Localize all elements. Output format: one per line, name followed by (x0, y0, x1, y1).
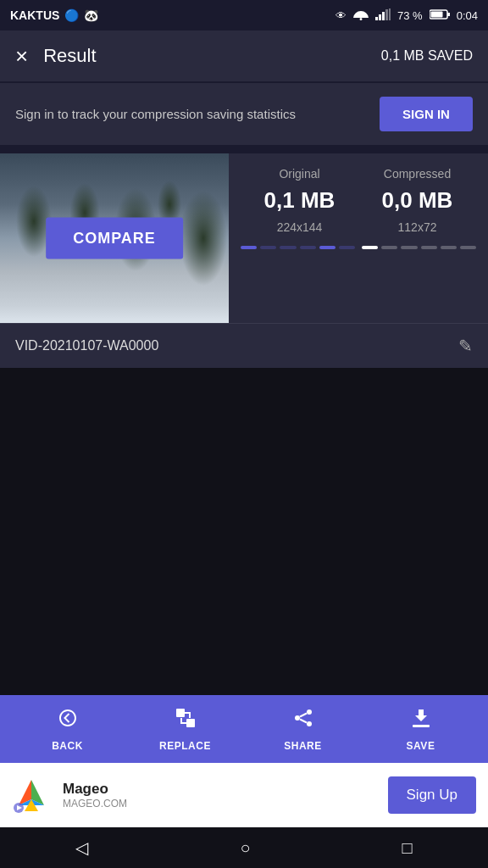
original-size: 0,1 MB (241, 187, 358, 214)
spacer (0, 368, 488, 695)
nav-share[interactable]: SHARE (244, 706, 362, 752)
svg-rect-9 (186, 719, 195, 727)
time: 0:04 (457, 9, 478, 22)
edit-icon[interactable]: ✎ (458, 336, 473, 356)
filename: VID-20210107-WA0000 (15, 338, 158, 353)
ad-text: Mageo MAGEO.COM (63, 781, 376, 810)
image-section: COMPARE (0, 153, 229, 323)
prog-seg-6 (339, 246, 355, 249)
svg-rect-3 (385, 9, 388, 20)
svg-rect-4 (389, 8, 391, 20)
prog-seg-5 (319, 246, 336, 249)
svg-line-13 (300, 714, 307, 717)
prog-seg-4 (300, 246, 316, 249)
replace-icon (174, 706, 197, 736)
svg-rect-8 (176, 709, 185, 717)
progress-bars (241, 246, 476, 258)
signin-banner: Sign in to track your compression saving… (0, 83, 488, 145)
prog-seg-c2 (381, 246, 397, 249)
back-system-button[interactable]: ◁ (75, 837, 88, 858)
top-bar: × Result 0,1 MB SAVED (0, 31, 488, 81)
nav-back[interactable]: BACK (8, 706, 126, 752)
status-left: KAKTUS 🔵 🐼 (10, 8, 98, 22)
signin-button[interactable]: SIGN IN (380, 97, 473, 131)
original-progress (241, 246, 355, 249)
prog-seg-c5 (441, 246, 457, 249)
svg-point-12 (307, 721, 312, 726)
status-bar: KAKTUS 🔵 🐼 👁 73 % (0, 0, 488, 31)
prog-seg-c4 (421, 246, 437, 249)
svg-rect-15 (413, 725, 430, 727)
back-icon (56, 706, 80, 736)
recents-system-button[interactable]: □ (402, 838, 412, 858)
bottom-nav: BACK REPLACE SHARE (0, 695, 488, 763)
svg-rect-2 (382, 12, 385, 20)
compressed-dims: 112x72 (358, 220, 476, 234)
signin-text: Sign in to track your compression saving… (15, 105, 380, 123)
close-button[interactable]: × (15, 45, 28, 67)
page-title: Result (43, 45, 96, 67)
svg-line-14 (300, 720, 307, 723)
battery-text: 73 % (397, 9, 423, 22)
battery-icon (430, 8, 450, 23)
prog-seg-3 (280, 246, 296, 249)
app-name: KAKTUS (10, 8, 59, 22)
eye-icon: 👁 (336, 9, 347, 22)
svg-point-10 (307, 709, 312, 715)
compressed-label: Compressed (358, 167, 476, 181)
wifi-icon (353, 8, 369, 23)
prog-seg-c6 (460, 246, 476, 249)
info-section: Original Compressed 0,1 MB 0,0 MB 224x14… (229, 153, 488, 323)
signal-icon (375, 8, 391, 23)
status-emoji1: 🔵 (64, 8, 79, 22)
nav-save[interactable]: SAVE (362, 706, 480, 752)
status-right: 👁 73 % 0:04 (336, 8, 478, 23)
prog-seg-2 (260, 246, 276, 249)
svg-rect-0 (375, 17, 378, 20)
info-dims: 224x144 112x72 (241, 220, 476, 234)
home-system-button[interactable]: ○ (240, 838, 250, 858)
compressed-size: 0,0 MB (358, 187, 476, 214)
prog-seg-c1 (362, 246, 378, 249)
svg-rect-1 (379, 14, 381, 20)
share-icon (291, 706, 315, 736)
top-bar-left: × Result (15, 45, 97, 67)
compare-button[interactable]: COMPARE (46, 218, 183, 259)
ad-url: MAGEO.COM (63, 798, 376, 810)
original-dims: 224x144 (241, 220, 358, 234)
compressed-progress (362, 246, 476, 249)
nav-replace[interactable]: REPLACE (126, 706, 244, 752)
original-label: Original (241, 167, 358, 181)
saved-badge: 0,1 MB SAVED (381, 48, 473, 64)
save-icon (409, 706, 433, 736)
svg-rect-7 (430, 11, 442, 17)
svg-point-11 (295, 715, 300, 721)
prog-seg-1 (241, 246, 257, 249)
comparison-card: COMPARE Original Compressed 0,1 MB 0,0 M… (0, 153, 488, 323)
back-label: BACK (52, 740, 83, 752)
ad-signup-button[interactable]: Sign Up (388, 776, 476, 814)
prog-seg-c3 (401, 246, 417, 249)
ad-app-name: Mageo (63, 781, 376, 798)
save-label: SAVE (407, 740, 435, 752)
ad-banner: Mageo MAGEO.COM Sign Up (0, 763, 488, 827)
info-headers: Original Compressed (241, 167, 476, 181)
replace-label: REPLACE (159, 740, 211, 752)
filename-row: VID-20210107-WA0000 ✎ (0, 323, 488, 368)
svg-rect-6 (447, 13, 450, 16)
info-values: 0,1 MB 0,0 MB (241, 187, 476, 214)
system-nav: ◁ ○ □ (0, 827, 488, 868)
share-label: SHARE (284, 740, 322, 752)
ad-logo (12, 776, 51, 815)
status-emoji2: 🐼 (84, 8, 98, 22)
